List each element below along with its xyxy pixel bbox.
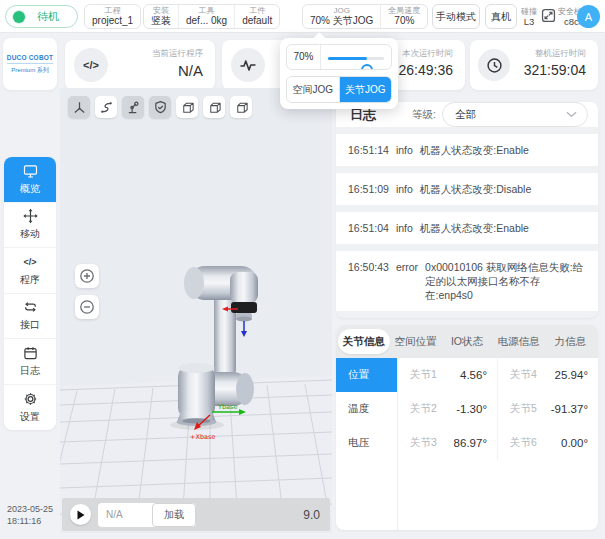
viewport-toolbar (68, 96, 252, 118)
real-machine-button[interactable]: 真机 (485, 4, 517, 29)
program-name-field[interactable]: N/A 加载 (98, 503, 196, 527)
chevron-down-icon (566, 111, 577, 118)
view-cube-top-toggle[interactable] (230, 96, 252, 118)
jog-speed-row: 70% (286, 44, 392, 70)
mount-selector[interactable]: 安装 竖装 (144, 5, 178, 28)
jog-settings-popup: 70% 空间JOG 关节JOG (280, 38, 398, 109)
view-cube-front-toggle[interactable] (176, 96, 198, 118)
log-message: 机器人状态改变:Disable (420, 182, 586, 196)
session-runtime-value: 26:49:36 (399, 62, 454, 78)
tab-io-status[interactable]: IO状态 (441, 329, 493, 354)
joint-row: 关节6 0.00° (498, 426, 598, 460)
project-value: project_1 (92, 15, 133, 27)
jog-selector[interactable]: JOG 70% 关节JOG (303, 5, 380, 28)
log-level-dropdown[interactable]: 全部 (442, 102, 588, 127)
robot-status-pill[interactable]: 待机 (5, 5, 78, 28)
pulse-icon (231, 48, 265, 82)
viewport-zoom-controls (75, 264, 99, 319)
tab-space-position[interactable]: 空间位置 (390, 329, 442, 354)
axis-display-toggle[interactable] (68, 96, 90, 118)
workpiece-selector[interactable]: 工件 default (234, 5, 279, 28)
trajectory-toggle[interactable] (95, 96, 117, 118)
monitor-icon (22, 163, 39, 179)
current-program-value: N/A (178, 62, 203, 79)
sidebar-item-move[interactable]: 移动 (4, 203, 56, 249)
mount-label: 安装 (153, 6, 169, 15)
log-entry: 16:51:14 info 机器人状态改变:Enable (336, 134, 598, 166)
total-runtime-value: 321:59:04 (524, 62, 586, 78)
sidebar-item-program[interactable]: </> 程序 (4, 248, 56, 294)
gear-icon (22, 391, 39, 407)
sidebar-item-label: 移动 (20, 227, 40, 241)
y-axis-label: Ybase (217, 403, 237, 411)
joint-row: 关节3 86.97° (398, 426, 498, 460)
global-speed-value: 70% (394, 15, 414, 27)
zoom-in-button[interactable] (75, 264, 99, 288)
status-label: 待机 (25, 9, 77, 24)
joint-row: 关节5 -91.37° (498, 392, 598, 426)
sidebar-nav: 概览 移动 </> 程序 接口 日志 (4, 157, 56, 430)
robot-3d-scene: Ybase +Xbase (60, 88, 332, 533)
play-button[interactable] (70, 504, 91, 525)
joint-values-grid: 关节1 4.56° 关节4 25.94° 关节2 -1.30° 关节5 -91.… (398, 358, 598, 530)
zoom-out-button[interactable] (75, 295, 99, 319)
current-program-label: 当前运行程序 (152, 48, 203, 60)
joint-jog-button[interactable]: 关节JOG (340, 77, 392, 102)
side-tab-temperature[interactable]: 温度 (336, 392, 397, 426)
jog-percent-value: 70% (287, 45, 321, 69)
sidebar-item-settings[interactable]: 设置 (4, 385, 56, 431)
sidebar-item-overview[interactable]: 概览 (4, 157, 56, 203)
clock-icon (478, 49, 510, 81)
slider-thumb[interactable] (361, 64, 373, 71)
calendar-icon (22, 345, 39, 361)
collision-label: 碰撞 (521, 7, 537, 16)
safety-zone-toggle[interactable] (149, 96, 171, 118)
sidebar-item-label: 程序 (20, 273, 40, 287)
log-entry: 16:51:09 info 机器人状态改变:Disable (336, 173, 598, 205)
swap-arrows-icon (22, 299, 39, 315)
time-label: 18:11:16 (7, 515, 53, 527)
status-dot-icon (13, 11, 25, 23)
date-label: 2023-05-25 (7, 503, 53, 515)
tab-joint-info[interactable]: 关节信息 (338, 329, 390, 354)
sidebar-item-log[interactable]: 日志 (4, 339, 56, 385)
load-button[interactable]: 加载 (152, 503, 196, 527)
datetime-display: 2023-05-25 18:11:16 (7, 503, 53, 527)
sidebar-item-label: 概览 (20, 182, 40, 196)
brand-name: DUCO COBOT (7, 54, 53, 64)
jog-speed-slider[interactable] (321, 45, 391, 69)
move-arrows-icon (22, 208, 39, 224)
global-speed-selector[interactable]: 全局速度 70% (380, 5, 427, 28)
tab-force-info[interactable]: 力信息 (544, 329, 596, 354)
slider-track[interactable] (328, 57, 384, 60)
side-tab-position[interactable]: 位置 (336, 358, 397, 392)
tool-selector[interactable]: 工具 def... 0kg (178, 5, 234, 28)
workpiece-value: default (242, 15, 272, 27)
robot-status-panel: 关节信息 空间位置 IO状态 电源信息 力信息 位置 温度 电压 关节1 4.5… (336, 325, 598, 530)
status-tab-bar: 关节信息 空间位置 IO状态 电源信息 力信息 (336, 325, 598, 358)
current-program-card: </> 当前运行程序 N/A (65, 40, 215, 90)
side-tab-voltage[interactable]: 电压 (336, 426, 397, 460)
total-runtime-card: 整机运行时间 321:59:04 (470, 40, 598, 90)
space-jog-button[interactable]: 空间JOG (287, 77, 340, 102)
log-entry: 16:50:43 error 0x00010106 获取网络信息失败:给定的以太… (336, 251, 598, 311)
joint-row: 关节2 -1.30° (398, 392, 498, 426)
jog-speed-group: JOG 70% 关节JOG 全局速度 70% (302, 4, 428, 29)
project-selector[interactable]: 工程 project_1 (84, 4, 141, 29)
manual-mode-button[interactable]: 手动模式 (432, 4, 480, 29)
view-cube-side-toggle[interactable] (203, 96, 225, 118)
version-label: 9.0 (303, 508, 320, 522)
robot-display-toggle[interactable] (122, 96, 144, 118)
log-time: 16:51:14 (348, 143, 389, 157)
tab-power-info[interactable]: 电源信息 (493, 329, 545, 354)
popup-notch (313, 32, 326, 45)
sidebar-item-label: 设置 (20, 410, 40, 424)
robot-3d-viewport[interactable]: Ybase +Xbase N/A 加载 9.0 (60, 88, 332, 533)
tool-value: def... 0kg (186, 15, 227, 27)
user-avatar[interactable]: A (577, 5, 600, 28)
project-label: 工程 (105, 6, 121, 15)
sidebar-item-interface[interactable]: 接口 (4, 294, 56, 340)
log-level: error (396, 260, 418, 302)
x-axis-label: +Xbase (190, 433, 215, 441)
expand-arrows-icon[interactable] (540, 7, 557, 24)
